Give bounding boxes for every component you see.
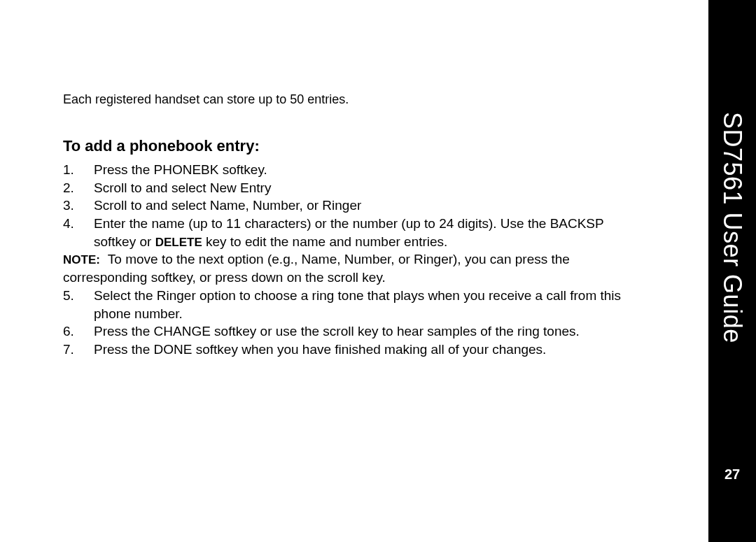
text: Press the [94, 342, 154, 357]
step-body: Press the PHONEBK softkey. [94, 161, 645, 179]
step-body: Scroll to and select Name, Number, or Ri… [94, 197, 645, 215]
content-area: Each registered handset can store up to … [0, 0, 708, 542]
step-number: 6. [63, 322, 94, 341]
step-number: 4. [63, 215, 94, 251]
step-4: 4. Enter the name (up to 11 characters) … [63, 215, 645, 251]
softkey-label: Ringer [414, 252, 453, 266]
softkey-label: BACKSP [550, 216, 604, 231]
step-body: Enter the name (up to 11 characters) or … [94, 215, 645, 251]
steps-list: 1. Press the PHONEBK softkey. 2. Scroll … [63, 161, 645, 359]
step-3: 3. Scroll to and select Name, Number, or… [63, 197, 645, 215]
text: softkey. [218, 162, 267, 177]
text: Press the [94, 162, 154, 177]
text: Enter the name (up to 11 characters) or … [94, 216, 550, 231]
page-number: 27 [724, 466, 740, 483]
step-body: Press the CHANGE softkey or use the scro… [94, 322, 645, 341]
softkey-label: Name [302, 252, 337, 266]
softkey-label: Number [344, 252, 391, 266]
text: To move to the next option (e.g., [104, 252, 302, 266]
text: Scroll to and select [94, 198, 210, 213]
note-body: NOTE: To move to the next option (e.g., … [63, 250, 645, 287]
note: NOTE: To move to the next option (e.g., … [63, 250, 645, 287]
step-5: 5. Select the Ringer option to choose a … [63, 287, 645, 322]
step-number: 5. [63, 287, 94, 322]
step-body: Select the Ringer option to choose a rin… [94, 287, 645, 322]
softkey-label: CHANGE [154, 324, 211, 338]
page: Each registered handset can store up to … [0, 0, 756, 542]
step-7: 7. Press the DONE softkey when you have … [63, 341, 645, 359]
step-2: 2. Scroll to and select New Entry [63, 179, 645, 197]
text: , [246, 198, 253, 213]
step-6: 6. Press the CHANGE softkey or use the s… [63, 322, 645, 341]
softkey-label: DONE [154, 342, 192, 357]
step-number: 7. [63, 341, 94, 359]
text: softkey or [94, 234, 155, 249]
intro-text: Each registered handset can store up to … [63, 91, 645, 108]
sidebar: SD7561 User Guide 27 [708, 0, 756, 542]
sidebar-title: SD7561 User Guide [718, 112, 747, 343]
text: , or [300, 198, 323, 213]
step-number: 2. [63, 179, 94, 197]
text: softkey when you have finished making al… [192, 342, 546, 357]
step-number: 1. [63, 161, 94, 179]
step-body: Press the DONE softkey when you have fin… [94, 341, 645, 359]
softkey-label: PHONEBK [154, 162, 219, 177]
hardkey-label: DELETE [155, 236, 202, 249]
text: softkey or use the scroll key to hear sa… [211, 324, 580, 338]
text: key to edit the name and number entries. [202, 234, 448, 249]
section-heading: To add a phonebook entry: [63, 136, 645, 157]
softkey-label: New Entry [210, 180, 272, 195]
softkey-label: Ringer [157, 288, 196, 303]
step-number: 3. [63, 197, 94, 215]
softkey-label: Name [210, 198, 246, 213]
softkey-label: Ringer [322, 198, 361, 213]
text: Press the [94, 324, 154, 338]
text: , [337, 252, 344, 266]
note-label: NOTE: [63, 253, 100, 266]
text: , or [391, 252, 414, 266]
softkey-label: Number [253, 198, 300, 213]
step-1: 1. Press the PHONEBK softkey. [63, 161, 645, 179]
step-body: Scroll to and select New Entry [94, 179, 645, 197]
text: Select the [94, 288, 157, 303]
text: Scroll to and select [94, 180, 210, 195]
